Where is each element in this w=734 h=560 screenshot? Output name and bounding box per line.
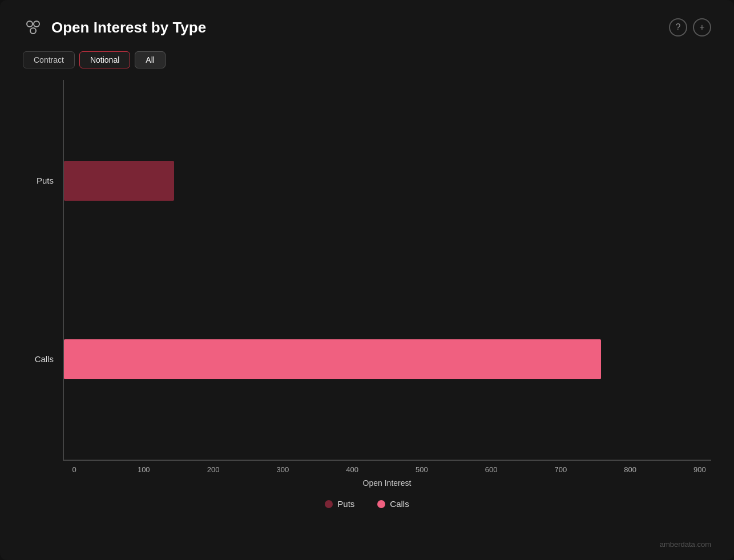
svg-point-1 bbox=[34, 21, 39, 27]
chart-inner: Puts Calls bbox=[23, 80, 711, 460]
title-row: Open Interest by Type bbox=[23, 17, 206, 38]
main-container: Open Interest by Type ? + Contract Notio… bbox=[0, 0, 734, 560]
x-tick-1: 100 bbox=[132, 465, 155, 474]
x-tick-0: 0 bbox=[63, 465, 86, 474]
x-tick-4: 400 bbox=[341, 465, 364, 474]
svg-point-0 bbox=[27, 21, 33, 27]
x-axis-section: 0 100 200 300 400 500 600 700 800 900 Op… bbox=[63, 460, 711, 488]
legend-label-calls: Calls bbox=[390, 499, 409, 509]
x-ticks: 0 100 200 300 400 500 600 700 800 900 bbox=[63, 460, 711, 474]
x-axis-label: Open Interest bbox=[63, 478, 711, 488]
legend-calls: Calls bbox=[377, 499, 409, 509]
tabs-row: Contract Notional All bbox=[23, 51, 711, 68]
y-labels: Puts Calls bbox=[23, 80, 63, 460]
bars-section bbox=[63, 80, 711, 460]
page-title: Open Interest by Type bbox=[51, 19, 206, 36]
header-actions: ? + bbox=[669, 18, 711, 36]
header: Open Interest by Type ? + bbox=[23, 17, 711, 38]
x-tick-6: 600 bbox=[480, 465, 503, 474]
x-tick-7: 700 bbox=[549, 465, 572, 474]
x-tick-3: 300 bbox=[271, 465, 294, 474]
x-tick-8: 800 bbox=[619, 465, 642, 474]
legend-puts: Puts bbox=[325, 499, 354, 509]
bar-puts bbox=[64, 161, 174, 201]
tab-contract[interactable]: Contract bbox=[23, 51, 75, 68]
y-label-puts: Puts bbox=[37, 176, 54, 185]
legend-label-puts: Puts bbox=[337, 499, 354, 509]
cluster-icon bbox=[23, 17, 43, 38]
chart-area: Puts Calls 0 100 200 300 400 500 600 bbox=[23, 80, 711, 543]
bar-calls bbox=[64, 339, 601, 379]
bar-row-puts bbox=[64, 91, 711, 270]
help-button[interactable]: ? bbox=[669, 18, 687, 36]
tab-notional[interactable]: Notional bbox=[79, 51, 130, 68]
x-tick-5: 500 bbox=[410, 465, 433, 474]
tab-all[interactable]: All bbox=[135, 51, 166, 68]
legend-dot-calls bbox=[377, 500, 385, 508]
add-button[interactable]: + bbox=[693, 18, 711, 36]
svg-point-2 bbox=[30, 28, 36, 34]
watermark: amberdata.com bbox=[660, 540, 711, 549]
x-tick-9: 900 bbox=[688, 465, 711, 474]
y-label-calls: Calls bbox=[35, 354, 54, 364]
legend-dot-puts bbox=[325, 500, 333, 508]
bar-row-calls bbox=[64, 270, 711, 448]
legend: Puts Calls bbox=[23, 499, 711, 509]
x-tick-2: 200 bbox=[202, 465, 225, 474]
